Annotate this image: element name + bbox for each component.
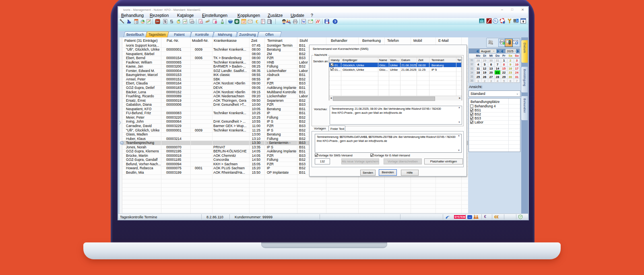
svg-text:€: € [256, 19, 258, 24]
svg-text:FAM: FAM [480, 22, 484, 24]
svg-text:?: ? [334, 20, 336, 24]
svg-text:2: 2 [517, 20, 518, 22]
svg-text:S: S [494, 19, 496, 23]
svg-text:W: W [302, 20, 305, 24]
svg-text:12: 12 [242, 21, 246, 23]
